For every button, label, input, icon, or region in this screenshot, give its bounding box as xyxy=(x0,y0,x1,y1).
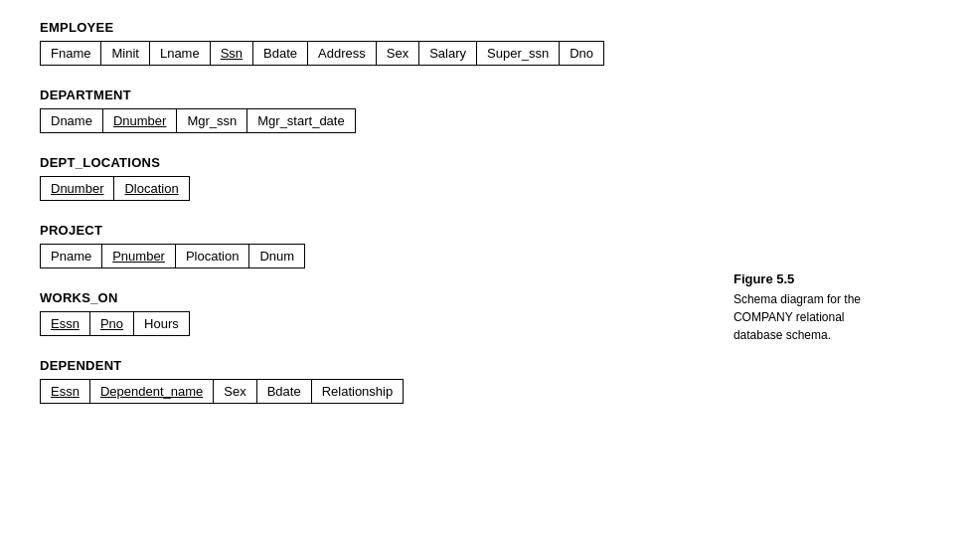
figure-description: Schema diagram for theCOMPANY relational… xyxy=(734,290,861,344)
table-cell-dept_locations-dlocation: Dlocation xyxy=(113,176,189,201)
table-cell-employee-address: Address xyxy=(307,41,377,66)
figure-title: Figure 5.5 xyxy=(734,271,861,286)
schema-section-dependent: DEPENDENTEssnDependent_nameSexBdateRelat… xyxy=(40,358,940,404)
table-title-department: DEPARTMENT xyxy=(40,88,940,102)
table-row-department: DnameDnumberMgr_ssnMgr_start_date xyxy=(40,108,940,133)
table-title-dependent: DEPENDENT xyxy=(40,358,940,373)
schema-section-dept_locations: DEPT_LOCATIONSDnumberDlocation xyxy=(40,155,940,201)
table-cell-project-pnumber: Pnumber xyxy=(101,244,176,268)
table-cell-employee-dno: Dno xyxy=(559,41,604,66)
table-cell-dept_locations-dnumber: Dnumber xyxy=(40,176,114,201)
table-cell-department-dname: Dname xyxy=(40,108,103,133)
table-cell-project-pname: Pname xyxy=(40,244,102,268)
schema-section-department: DEPARTMENTDnameDnumberMgr_ssnMgr_start_d… xyxy=(40,88,940,133)
table-row-project: PnamePnumberPlocationDnum xyxy=(40,244,940,268)
table-cell-works_on-hours: Hours xyxy=(133,311,190,336)
table-cell-employee-bdate: Bdate xyxy=(252,41,308,66)
table-cell-employee-lname: Lname xyxy=(149,41,211,66)
table-cell-dependent-relationship: Relationship xyxy=(311,379,405,404)
table-cell-employee-sex: Sex xyxy=(376,41,419,66)
table-cell-dependent-sex: Sex xyxy=(213,379,256,404)
schema-section-employee: EMPLOYEEFnameMinitLnameSsnBdateAddressSe… xyxy=(40,20,940,66)
table-title-employee: EMPLOYEE xyxy=(40,20,940,35)
table-cell-dependent-dependent_name: Dependent_name xyxy=(89,379,214,404)
schema-section-project: PROJECTPnamePnumberPlocationDnum xyxy=(40,223,940,268)
table-title-dept_locations: DEPT_LOCATIONS xyxy=(40,155,940,170)
table-cell-department-mgr_ssn: Mgr_ssn xyxy=(176,108,247,133)
table-title-project: PROJECT xyxy=(40,223,940,238)
table-row-dependent: EssnDependent_nameSexBdateRelationship xyxy=(40,379,940,404)
table-cell-dependent-bdate: Bdate xyxy=(256,379,312,404)
table-cell-employee-super_ssn: Super_ssn xyxy=(476,41,560,66)
table-cell-dependent-essn: Essn xyxy=(40,379,90,404)
table-cell-works_on-pno: Pno xyxy=(89,311,134,336)
table-cell-employee-salary: Salary xyxy=(418,41,477,66)
table-cell-department-dnumber: Dnumber xyxy=(102,108,177,133)
table-cell-project-plocation: Plocation xyxy=(175,244,249,268)
table-cell-employee-fname: Fname xyxy=(40,41,101,66)
tables-container: EMPLOYEEFnameMinitLnameSsnBdateAddressSe… xyxy=(40,20,940,404)
table-cell-department-mgr_start_date: Mgr_start_date xyxy=(246,108,355,133)
table-cell-works_on-essn: Essn xyxy=(40,311,90,336)
page-wrapper: EMPLOYEEFnameMinitLnameSsnBdateAddressSe… xyxy=(40,20,940,404)
table-cell-project-dnum: Dnum xyxy=(248,244,305,268)
table-row-dept_locations: DnumberDlocation xyxy=(40,176,940,201)
table-cell-employee-ssn: Ssn xyxy=(210,41,253,66)
figure-caption: Figure 5.5 Schema diagram for theCOMPANY… xyxy=(734,271,861,344)
table-row-employee: FnameMinitLnameSsnBdateAddressSexSalaryS… xyxy=(40,41,940,66)
table-cell-employee-minit: Minit xyxy=(100,41,149,66)
